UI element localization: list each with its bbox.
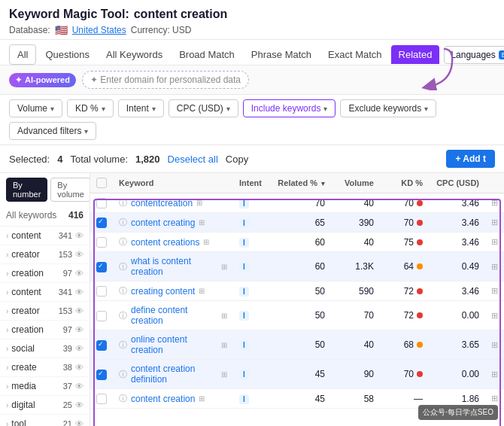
deselect-all-link[interactable]: Deselect all [168,154,218,165]
th-keyword[interactable]: Keyword [113,173,233,193]
add-to-button[interactable]: + Add t [446,150,495,168]
td-checkbox[interactable] [90,213,113,233]
row-checkbox[interactable] [96,262,107,272]
keyword-text[interactable]: what is content creation [131,256,217,277]
td-action[interactable]: ⊞ [485,193,504,213]
tab-questions[interactable]: Questions [38,45,97,64]
sidebar-count-badge: 38 [63,363,72,372]
td-checkbox[interactable] [90,252,113,281]
sidebar-item-tool-21[interactable]: › tool 21 👁 [0,415,90,426]
eye-icon[interactable]: 👁 [75,288,83,297]
sidebar-item-content-341b[interactable]: › content 341 👁 [0,283,90,302]
copy-icon[interactable]: ⊞ [199,218,205,227]
th-related[interactable]: Related % ▾ [271,173,331,193]
copy-icon[interactable]: ⊞ [196,199,202,207]
td-action[interactable]: ⊞ [485,301,504,330]
filter-volume[interactable]: Volume ▾ [9,99,62,117]
row-checkbox[interactable] [96,237,107,248]
eye-icon[interactable]: 👁 [75,250,83,259]
copy-button[interactable]: Copy [226,154,248,165]
keyword-text[interactable]: content creation definition [131,364,217,385]
select-all-checkbox[interactable] [96,178,107,188]
languages-button[interactable]: Languages Beta ▾ [444,46,504,64]
keyword-text[interactable]: online content creation [131,334,217,355]
filter-advanced[interactable]: Advanced filters ▾ [9,122,96,140]
eye-icon[interactable]: 👁 [75,344,83,353]
td-action[interactable]: ⊞ [485,233,504,252]
eye-icon[interactable]: 👁 [75,231,83,240]
tab-all-keywords[interactable]: All Keywords [99,45,170,64]
eye-icon[interactable]: 👁 [75,419,83,426]
eye-icon[interactable]: 👁 [75,363,83,372]
td-action[interactable]: ⊞ [485,360,504,389]
sidebar-item-digital-25[interactable]: › digital 25 👁 [0,396,90,415]
filter-kd[interactable]: KD % ▾ [67,99,114,117]
sidebar-item-creation-97[interactable]: › creation 97 👁 [0,264,90,283]
td-checkbox[interactable] [90,193,113,213]
sidebar-item-creation-97b[interactable]: › creation 97 👁 [0,321,90,339]
keyword-text[interactable]: content creating [131,218,195,228]
sidebar-item-creator-153[interactable]: › creator 153 👁 [0,245,90,264]
copy-icon[interactable]: ⊞ [221,263,227,271]
row-checkbox[interactable] [96,198,107,208]
td-checkbox[interactable] [90,389,113,409]
copy-icon[interactable]: ⊞ [221,370,227,379]
td-action[interactable]: ⊞ [485,213,504,233]
keyword-text[interactable]: content creations [131,237,199,248]
sidebar-count-badge: 97 [63,269,72,278]
sidebar-item-social-39[interactable]: › social 39 👁 [0,339,90,358]
row-checkbox[interactable] [96,311,107,321]
row-checkbox[interactable] [96,340,107,351]
td-checkbox[interactable] [90,281,113,301]
by-volume-button[interactable]: By volume [50,178,90,202]
eye-icon[interactable]: 👁 [75,306,83,315]
copy-icon[interactable]: ⊞ [221,312,227,320]
tab-broad-match[interactable]: Broad Match [172,45,242,64]
td-checkbox[interactable] [90,360,113,389]
keyword-text[interactable]: contentcreation [131,198,193,208]
filter-cpc[interactable]: CPC (USD) ▾ [169,99,238,117]
row-checkbox[interactable] [96,394,107,404]
tab-phrase-match[interactable]: Phrase Match [244,45,319,64]
keyword-table: Keyword Intent Related % ▾ Volume KD % C… [90,173,504,409]
copy-icon[interactable]: ⊞ [221,341,227,349]
tab-exact-match[interactable]: Exact Match [320,45,390,64]
eye-icon[interactable]: 👁 [75,325,83,334]
td-checkbox[interactable] [90,233,113,252]
sidebar-item-create-38[interactable]: › create 38 👁 [0,358,90,377]
by-number-button[interactable]: By number [6,178,47,202]
td-checkbox[interactable] [90,301,113,330]
th-volume[interactable]: Volume [331,173,380,193]
td-keyword: ⓘ what is content creation ⊞ [113,252,233,281]
row-checkbox[interactable] [96,286,107,297]
copy-icon[interactable]: ⊞ [199,394,205,403]
keyword-text[interactable]: content creation [131,394,195,404]
filter-include-keywords[interactable]: Include keywords ▾ [243,99,336,117]
keyword-text[interactable]: creating content [131,286,195,297]
keyword-text[interactable]: define content creation [131,305,217,326]
filter-exclude-keywords[interactable]: Exclude keywords ▾ [340,99,436,117]
tab-all[interactable]: All [9,44,36,65]
sidebar-item-creator-153b[interactable]: › creator 153 👁 [0,302,90,321]
td-action[interactable]: ⊞ [485,330,504,360]
sidebar-item-media-37[interactable]: › media 37 👁 [0,377,90,396]
db-value[interactable]: United States [72,25,126,35]
domain-input[interactable]: ✦ Enter domain for personalized data [82,71,249,89]
td-related: 45 [271,360,331,389]
filter-intent[interactable]: Intent ▾ [118,99,164,117]
row-checkbox[interactable] [96,370,107,380]
eye-icon[interactable]: 👁 [75,269,83,278]
sidebar-count-badge: 97 [63,325,72,334]
td-action[interactable]: ⊞ [485,281,504,301]
copy-icon[interactable]: ⊞ [203,238,209,246]
tab-related[interactable]: Related [391,45,440,64]
eye-icon[interactable]: 👁 [75,400,83,409]
td-checkbox[interactable] [90,330,113,360]
copy-icon[interactable]: ⊞ [199,287,205,295]
row-checkbox[interactable] [96,218,107,228]
total-volume-value: 1,820 [135,154,160,165]
sidebar-item-content-341[interactable]: › content 341 👁 [0,227,90,245]
th-kd[interactable]: KD % [380,173,429,193]
td-action[interactable]: ⊞ [485,252,504,281]
eye-icon[interactable]: 👁 [75,382,83,391]
